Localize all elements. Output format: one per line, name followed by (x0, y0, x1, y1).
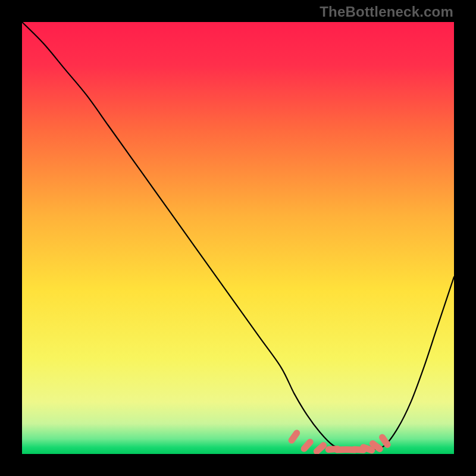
valley-marker (299, 437, 315, 453)
chart-frame: TheBottleneck.com (0, 0, 476, 476)
watermark-text: TheBottleneck.com (320, 4, 453, 20)
valley-marker (312, 441, 328, 454)
valley-marker (287, 428, 301, 445)
plot-area (22, 22, 454, 454)
bottleneck-curve (22, 22, 454, 450)
valley-markers (287, 428, 392, 454)
curve-layer (22, 22, 454, 454)
